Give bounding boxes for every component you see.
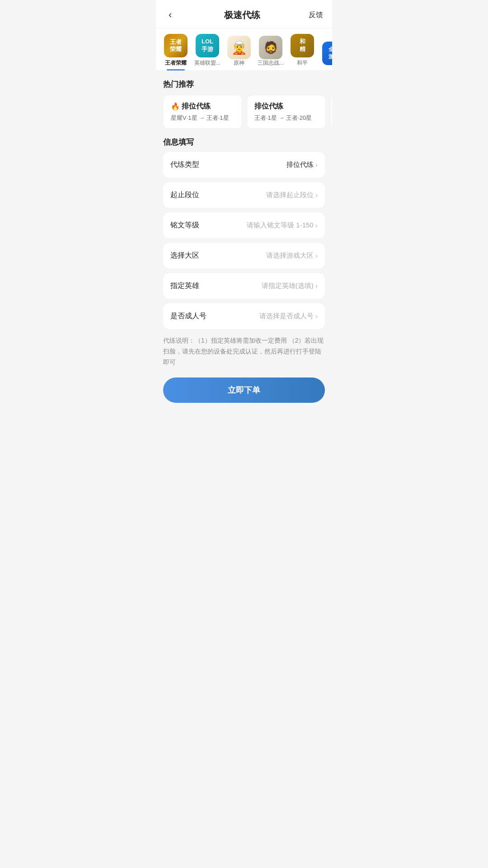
form-label-5: 是否成人号 <box>170 311 206 321</box>
header: ‹ 极速代练 反馈 <box>156 0 332 28</box>
submit-button[interactable]: 立即下单 <box>163 377 325 403</box>
tab-label-lol: 英雄联盟... <box>194 59 221 67</box>
sanguo-icon: 🧔 <box>259 36 282 59</box>
lol-icon: LOL手游 <box>196 34 219 57</box>
form-value-text-4: 请指定英雄(选填) <box>262 282 314 290</box>
fire-icon: 🔥 <box>171 102 180 111</box>
form-value-3: 请选择游戏大区 › <box>266 251 318 260</box>
chevron-icon-0: › <box>315 161 318 169</box>
form-value-5: 请选择是否成人号 › <box>259 312 318 321</box>
game-tab-heping[interactable]: 和精和平 <box>288 34 317 71</box>
game-tabs: 王者荣耀王者荣耀LOL手游英雄联盟...🧝原神🧔三国志战...和精和平全部游戏 <box>156 28 332 71</box>
form-value-2: 请输入铭文等级 1-150 › <box>247 221 318 230</box>
game-tab-sanguo[interactable]: 🧔三国志战... <box>256 36 285 71</box>
yuanshen-icon: 🧝 <box>227 36 251 59</box>
hot-card-title-1: 排位代练 <box>254 102 318 111</box>
chevron-icon-1: › <box>315 191 318 199</box>
form-value-text-1: 请选择起止段位 <box>266 191 314 199</box>
form-label-2: 铭文等级 <box>170 221 199 230</box>
game-tab-all[interactable]: 全部游戏 <box>319 42 332 71</box>
form-value-0: 排位代练 › <box>286 160 318 169</box>
form-row-1[interactable]: 起止段位 请选择起止段位 › <box>163 182 325 208</box>
form-rows: 代练类型 排位代练 › 起止段位 请选择起止段位 › 铭文等级 请输入铭文等级 … <box>156 152 332 329</box>
form-label-0: 代练类型 <box>170 160 199 170</box>
back-button[interactable]: ‹ <box>165 7 175 23</box>
hot-cards: 🔥 排位代练 星耀V·1星 → 王者·1星 排位代练 王者·1星 → 王者·20… <box>156 95 332 129</box>
form-row-2[interactable]: 铭文等级 请输入铭文等级 1-150 › <box>163 212 325 238</box>
form-label-1: 起止段位 <box>170 190 199 200</box>
game-tab-lol[interactable]: LOL手游英雄联盟... <box>193 34 222 71</box>
hot-section-title: 热门推荐 <box>156 71 332 95</box>
form-row-4[interactable]: 指定英雄 请指定英雄(选填) › <box>163 273 325 299</box>
form-row-5[interactable]: 是否成人号 请选择是否成人号 › <box>163 303 325 329</box>
form-value-4: 请指定英雄(选填) › <box>262 282 318 290</box>
form-value-text-0: 排位代练 <box>286 160 314 169</box>
hot-card-desc-1: 王者·1星 → 王者·20星 <box>254 114 318 122</box>
chevron-icon-3: › <box>315 252 318 260</box>
hot-card-0[interactable]: 🔥 排位代练 星耀V·1星 → 王者·1星 <box>163 95 242 129</box>
chevron-icon-2: › <box>315 222 318 230</box>
tab-label-sanguo: 三国志战... <box>258 59 284 67</box>
form-row-0[interactable]: 代练类型 排位代练 › <box>163 152 325 178</box>
hot-card-desc-0: 星耀V·1星 → 王者·1星 <box>171 114 235 122</box>
chevron-icon-5: › <box>315 312 318 321</box>
form-value-text-2: 请输入铭文等级 1-150 <box>247 221 314 230</box>
game-tab-yuanshen[interactable]: 🧝原神 <box>225 36 253 71</box>
hot-card-2[interactable]: 排位代练 王者·2... <box>330 95 332 129</box>
form-row-3[interactable]: 选择大区 请选择游戏大区 › <box>163 243 325 269</box>
form-value-text-5: 请选择是否成人号 <box>259 312 314 321</box>
page-title: 极速代练 <box>224 9 260 21</box>
heping-icon: 和精 <box>291 34 314 57</box>
wangzhe-icon: 王者荣耀 <box>164 34 188 57</box>
all-games-icon: 全部游戏 <box>322 42 332 65</box>
info-section-title: 信息填写 <box>156 129 332 152</box>
form-value-1: 请选择起止段位 › <box>266 191 318 199</box>
tab-label-heping: 和平 <box>297 59 308 67</box>
game-tab-wangzhe[interactable]: 王者荣耀王者荣耀 <box>161 34 190 71</box>
hot-card-title-0: 🔥 排位代练 <box>171 102 235 111</box>
hot-card-1[interactable]: 排位代练 王者·1星 → 王者·20星 <box>247 95 326 129</box>
form-label-4: 指定英雄 <box>170 281 199 291</box>
chevron-icon-4: › <box>315 282 318 290</box>
tab-label-yuanshen: 原神 <box>234 59 244 67</box>
feedback-button[interactable]: 反馈 <box>309 10 323 20</box>
form-value-text-3: 请选择游戏大区 <box>266 251 314 260</box>
tab-label-wangzhe: 王者荣耀 <box>165 59 187 67</box>
form-label-3: 选择大区 <box>170 251 199 260</box>
note-text: 代练说明：（1）指定英雄将需加收一定费用 （2）若出现扫脸，请先在您的设备处完成… <box>156 329 332 374</box>
